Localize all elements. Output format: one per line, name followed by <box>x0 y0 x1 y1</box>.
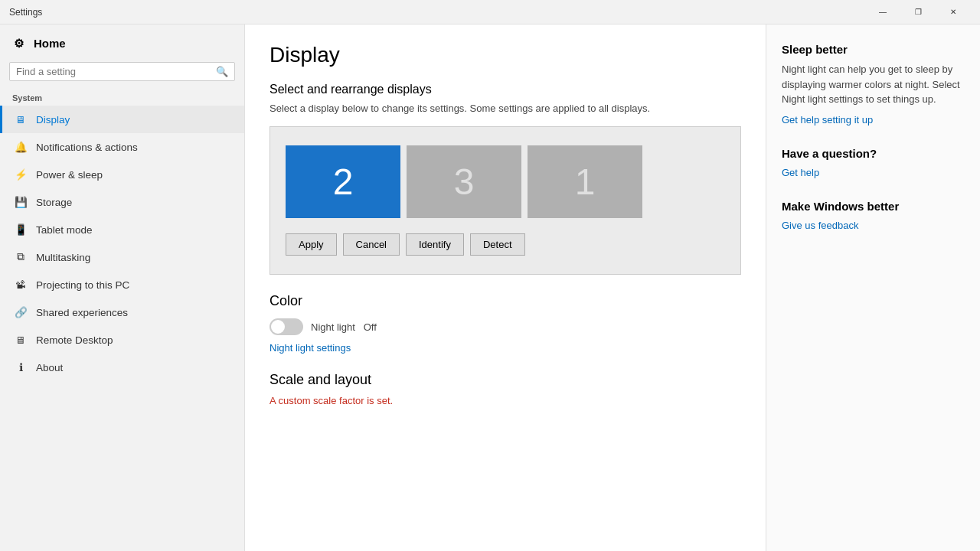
remote-icon: 🖥 <box>15 334 27 346</box>
display-icon: 🖥 <box>15 113 27 126</box>
search-input[interactable] <box>16 66 216 77</box>
sidebar-item-shared[interactable]: 🔗 Shared experiences <box>0 298 244 326</box>
detect-button[interactable]: Detect <box>470 233 525 256</box>
sleep-section-text: Night light can help you get to sleep by… <box>782 62 965 107</box>
make-windows-better-section: Make Windows better Give us feedback <box>782 200 965 231</box>
sidebar-item-display[interactable]: 🖥 Display <box>0 106 244 133</box>
apply-button[interactable]: Apply <box>286 233 337 256</box>
shared-icon: 🔗 <box>15 306 27 318</box>
monitor-list: 2 3 1 <box>286 145 642 218</box>
toggle-knob <box>271 320 285 334</box>
sidebar-item-label-tablet: Tablet mode <box>36 224 93 236</box>
sidebar-search-box[interactable]: 🔍 <box>9 62 235 81</box>
titlebar: Settings — ❐ ✕ <box>0 0 980 24</box>
close-button[interactable]: ✕ <box>936 0 971 24</box>
display-action-buttons: Apply Cancel Identify Detect <box>286 233 525 256</box>
titlebar-title: Settings <box>9 7 42 18</box>
monitor-1[interactable]: 1 <box>528 145 642 218</box>
projecting-icon: 📽 <box>15 279 27 291</box>
monitor-2[interactable]: 2 <box>286 145 400 218</box>
sleep-better-section: Sleep better Night light can help you ge… <box>782 43 965 126</box>
power-icon: ⚡ <box>15 168 27 181</box>
cancel-button[interactable]: Cancel <box>343 233 400 256</box>
scale-section-title: Scale and layout <box>270 372 741 388</box>
minimize-button[interactable]: — <box>865 0 900 24</box>
sleep-section-title: Sleep better <box>782 43 965 56</box>
right-panel: Sleep better Night light can help you ge… <box>766 24 980 551</box>
sidebar-item-label-shared: Shared experiences <box>36 307 128 318</box>
identify-button[interactable]: Identify <box>406 233 464 256</box>
sidebar-item-label-notifications: Notifications & actions <box>36 142 138 153</box>
tablet-icon: 📱 <box>15 223 27 236</box>
get-help-setting-link[interactable]: Get help setting it up <box>782 114 873 126</box>
sidebar-item-label-about: About <box>36 362 63 373</box>
get-help-link[interactable]: Get help <box>782 167 819 178</box>
night-light-label: Night light Off <box>311 321 377 333</box>
color-section-title: Color <box>270 293 741 309</box>
display-preview: 2 3 1 Apply Cancel Identify Detect <box>270 126 741 275</box>
sidebar-section-label: System <box>0 87 244 106</box>
sidebar-item-about[interactable]: ℹ About <box>0 354 244 381</box>
sidebar-item-label-storage: Storage <box>36 197 72 208</box>
night-light-row: Night light Off <box>270 318 741 335</box>
custom-scale-warning: A custom scale factor is set. <box>270 395 393 406</box>
sidebar-item-multitasking[interactable]: ⧉ Multitasking <box>0 243 244 271</box>
sidebar-item-notifications[interactable]: 🔔 Notifications & actions <box>0 133 244 161</box>
sidebar-item-tablet[interactable]: 📱 Tablet mode <box>0 216 244 243</box>
notifications-icon: 🔔 <box>15 141 27 153</box>
sidebar: ⚙ Home 🔍 System 🖥 Display 🔔 Notification… <box>0 24 245 551</box>
night-light-settings-link[interactable]: Night light settings <box>270 342 351 354</box>
give-feedback-link[interactable]: Give us feedback <box>782 220 858 231</box>
night-light-toggle[interactable] <box>270 318 303 335</box>
storage-icon: 💾 <box>15 196 27 208</box>
color-section: Color Night light Off Night light settin… <box>270 293 741 354</box>
arrange-section-desc: Select a display below to change its set… <box>270 103 741 114</box>
search-icon: 🔍 <box>216 66 228 77</box>
question-section-title: Have a question? <box>782 147 965 160</box>
sidebar-home-button[interactable]: ⚙ Home <box>0 24 244 62</box>
sidebar-item-remote[interactable]: 🖥 Remote Desktop <box>0 326 244 354</box>
sidebar-item-power[interactable]: ⚡ Power & sleep <box>0 161 244 188</box>
monitor-3[interactable]: 3 <box>407 145 521 218</box>
scale-section: Scale and layout A custom scale factor i… <box>270 372 741 406</box>
sidebar-item-projecting[interactable]: 📽 Projecting to this PC <box>0 271 244 298</box>
page-title: Display <box>270 43 741 67</box>
sidebar-item-label-power: Power & sleep <box>36 169 103 181</box>
restore-button[interactable]: ❐ <box>900 0 936 24</box>
sidebar-home-label: Home <box>34 37 66 50</box>
sidebar-item-label-remote: Remote Desktop <box>36 334 113 346</box>
windows-section-title: Make Windows better <box>782 200 965 213</box>
sidebar-item-label-display: Display <box>36 114 70 126</box>
app-body: ⚙ Home 🔍 System 🖥 Display 🔔 Notification… <box>0 24 980 551</box>
sidebar-item-label-projecting: Projecting to this PC <box>36 279 129 291</box>
arrange-section-title: Select and rearrange displays <box>270 83 741 96</box>
sidebar-item-label-multitasking: Multitasking <box>36 252 90 263</box>
sidebar-item-storage[interactable]: 💾 Storage <box>0 188 244 216</box>
about-icon: ℹ <box>15 361 27 373</box>
multitasking-icon: ⧉ <box>15 251 27 263</box>
main-content: Display Select and rearrange displays Se… <box>245 24 766 551</box>
window-controls: — ❐ ✕ <box>865 0 971 24</box>
have-question-section: Have a question? Get help <box>782 147 965 178</box>
home-icon: ⚙ <box>12 37 24 50</box>
